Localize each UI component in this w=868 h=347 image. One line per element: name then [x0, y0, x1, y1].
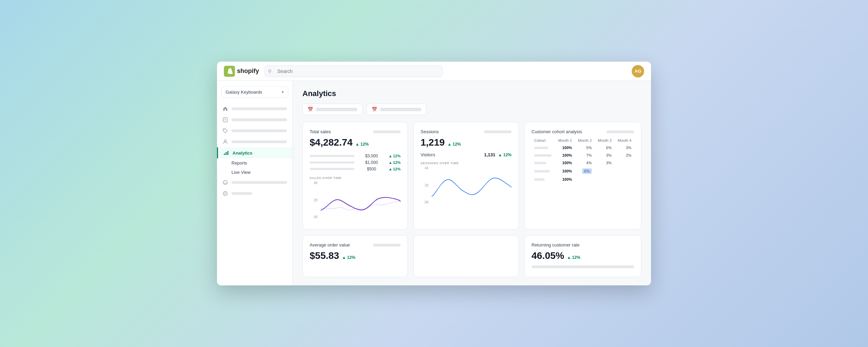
sessions-card: Sessions 1,219 ▲ 12% Visitors 1,131 ▲ 12…	[413, 122, 519, 230]
sidebar-item-reports[interactable]: Reports	[231, 158, 292, 168]
cohort-header: Customer cohort analysis	[531, 129, 634, 134]
sidebar-item-customers[interactable]	[217, 136, 292, 147]
cohort-title-bar	[607, 130, 634, 133]
sessions-chart-svg	[432, 166, 512, 204]
cohort-table: Cohort Month 1 Month 2 Month 3 Month 4 1…	[531, 137, 634, 183]
y-label-0k: 0K	[310, 215, 318, 219]
search-container: ⚲	[265, 65, 443, 77]
main-layout: Galaxy Keyboards ▾	[217, 81, 651, 285]
up-arrow-icon-2: ▲	[447, 142, 452, 147]
search-icon: ⚲	[268, 69, 271, 74]
sessions-title: Sessions	[421, 129, 439, 134]
sessions-header: Sessions	[421, 129, 512, 134]
nav-label-bar	[231, 181, 287, 184]
sessions-title-bar	[484, 130, 512, 133]
sessions-y-axis: 4K 2K 0K	[421, 166, 429, 204]
cohort-label-bar	[534, 147, 548, 149]
visitors-row: Visitors 1,131 ▲ 12%	[421, 152, 512, 157]
visitors-value: 1,131	[484, 152, 496, 157]
y-label-2k-s: 2K	[421, 183, 429, 187]
calendar-icon-2: 📅	[372, 107, 377, 112]
bottom-card-2	[413, 235, 519, 277]
sub-metric-bar-3	[310, 168, 354, 170]
sales-chart-svg	[321, 181, 401, 219]
sidebar-item-home[interactable]	[217, 103, 292, 114]
cohort-title: Customer cohort analysis	[531, 129, 582, 134]
sidebar-item-analytics[interactable]: Analytics	[217, 147, 292, 158]
avg-order-badge: ▲ 12%	[342, 255, 355, 260]
returning-value: 46.05%	[531, 250, 564, 261]
sidebar-item-products[interactable]	[217, 125, 292, 136]
sub-metrics-area: $3,000 ▲ 12% $1,000 ▲ 12% $500 ▲ 12%	[310, 154, 401, 171]
y-label-2k: 2K	[310, 198, 318, 202]
svg-point-2	[224, 129, 225, 130]
cohort-card: Customer cohort analysis Cohort Month 1 …	[524, 122, 641, 230]
cohort-label-bar-5	[534, 178, 545, 181]
store-selector[interactable]: Galaxy Keyboards ▾	[221, 86, 288, 98]
svg-rect-1	[223, 118, 227, 122]
returning-bar	[531, 265, 634, 268]
nav-label-bar	[231, 129, 287, 132]
date-start-button[interactable]: 📅	[302, 104, 362, 115]
sales-chart-container: 4K 2K 0K	[310, 181, 401, 222]
cards-grid: Total sales $4,282.74 ▲ 12%	[302, 122, 641, 230]
svg-point-3	[224, 140, 226, 142]
sidebar-item-marketing[interactable]	[217, 177, 292, 188]
analytics-icon	[224, 150, 229, 156]
date-end-button[interactable]: 📅	[366, 104, 426, 115]
month4-col-header: Month 4	[614, 137, 634, 144]
table-row: 100% 6%	[531, 167, 634, 176]
sub-metric-badge-1: ▲ 12%	[389, 154, 401, 158]
avg-order-metric: $55.83 ▲ 12%	[310, 250, 401, 263]
month2-col-header: Month 2	[575, 137, 595, 144]
nav-label-bar	[231, 107, 287, 110]
sub-metric-row-2: $1,000 ▲ 12%	[310, 160, 401, 165]
date-start-placeholder	[316, 108, 357, 111]
total-sales-card: Total sales $4,282.74 ▲ 12%	[302, 122, 408, 230]
returning-card: Returning customer rate 46.05% ▲ 12%	[524, 235, 641, 277]
sub-metric-bar	[310, 155, 354, 157]
nav-label-bar	[231, 192, 252, 195]
y-label-4k: 4K	[310, 181, 318, 185]
total-sales-title: Total sales	[310, 129, 331, 134]
sidebar-item-live-view[interactable]: Live View	[231, 168, 292, 177]
svg-rect-4	[224, 154, 225, 155]
table-row: 100%	[531, 176, 634, 183]
sidebar-item-discounts[interactable]	[217, 188, 292, 199]
sidebar: Galaxy Keyboards ▾	[217, 81, 293, 285]
cohort-label-bar-2	[534, 154, 551, 157]
search-input[interactable]	[265, 65, 443, 77]
sub-metric-bar-2	[310, 161, 354, 164]
returning-header: Returning customer rate	[531, 242, 634, 248]
card-title-bar	[373, 130, 401, 133]
sales-chart	[321, 181, 401, 222]
customers-icon	[223, 139, 228, 145]
table-row: 100% 4% 3%	[531, 159, 634, 167]
y-label-0k-s: 0K	[421, 200, 429, 204]
returning-metric: 46.05% ▲ 12%	[531, 250, 634, 261]
svg-rect-6	[227, 151, 228, 155]
up-arrow-icon: ▲	[355, 142, 360, 147]
cohort-label-bar-3	[534, 162, 546, 164]
returning-title: Returning customer rate	[531, 242, 579, 248]
sub-metric-row-1: $3,000 ▲ 12%	[310, 154, 401, 158]
marketing-icon	[223, 180, 228, 185]
sub-metric-badge-2: ▲ 12%	[389, 160, 401, 165]
date-filters: 📅 📅	[302, 104, 641, 115]
cohort-label-bar-4	[534, 170, 550, 172]
sessions-metric: 1,219 ▲ 12%	[421, 137, 512, 149]
sidebar-item-orders[interactable]	[217, 114, 292, 125]
dashed-line	[321, 201, 401, 210]
sales-chart-label: SALES OVER TIME	[310, 176, 401, 180]
total-sales-value: $4,282.74	[310, 137, 353, 148]
nav-label-bar	[231, 140, 287, 143]
bottom-row: Average order value $55.83 ▲ 12% Returni	[302, 235, 641, 277]
sessions-line	[432, 178, 512, 197]
nav-section: Analytics Reports Live View	[217, 103, 292, 199]
orders-icon	[223, 117, 228, 123]
analytics-submenu: Reports Live View	[217, 158, 292, 177]
date-end-placeholder	[380, 108, 421, 111]
sessions-chart-label: SESSIONS OVER TIME	[421, 161, 512, 165]
app-title: shopify	[237, 67, 259, 75]
avatar[interactable]: AG	[632, 65, 644, 77]
